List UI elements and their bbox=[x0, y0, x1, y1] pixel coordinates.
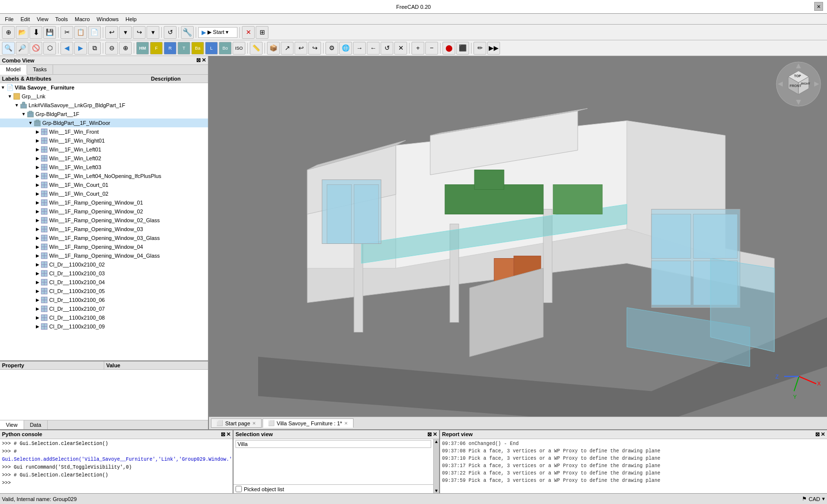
stop-button[interactable]: ✕ bbox=[242, 26, 255, 39]
tree-arrow-icon[interactable]: ▶ bbox=[34, 182, 40, 187]
tree-item[interactable]: ▶Win__1F_Win_Left03 bbox=[0, 163, 208, 172]
redo-button[interactable]: ↪ bbox=[133, 26, 146, 39]
report-body[interactable]: 09:37:06 onChanged() - End 09:37:08 Pick… bbox=[440, 439, 827, 493]
import-btn[interactable]: ↩ bbox=[295, 42, 307, 55]
menu-help[interactable]: Help bbox=[122, 15, 140, 23]
fit-all-button[interactable]: 🔍 bbox=[2, 42, 15, 55]
tree-item[interactable]: ▶Cl_Dr__1100x2100_07 bbox=[0, 304, 208, 313]
tab-tasks[interactable]: Tasks bbox=[27, 65, 53, 74]
tree-arrow-icon[interactable]: ▶ bbox=[34, 174, 40, 178]
cut-button[interactable]: ✂ bbox=[60, 26, 73, 39]
tree-item[interactable]: ▶Win__1F_Win_Front bbox=[0, 127, 208, 136]
back-btn[interactable]: ◀ bbox=[60, 42, 73, 55]
tree-item[interactable]: ▶Cl_Dr__1100x2100_03 bbox=[0, 269, 208, 278]
tree-item[interactable]: ▼📄Villa Savoye_ Furniture bbox=[0, 83, 208, 92]
web-prev-btn[interactable]: ← bbox=[367, 42, 380, 55]
nav-cube[interactable]: FRONT RIGHT TOP bbox=[775, 61, 822, 108]
play-btn[interactable]: ▶▶ bbox=[487, 42, 500, 55]
fit-sel-button[interactable]: 🔎 bbox=[16, 42, 29, 55]
new-button[interactable]: ⊕ bbox=[2, 26, 15, 39]
tab-start-page[interactable]: ⬜ Start page ✕ bbox=[211, 418, 262, 428]
draw-style-button[interactable]: 🚫 bbox=[30, 42, 42, 55]
forward-btn[interactable]: ▶ bbox=[74, 42, 87, 55]
menu-windows[interactable]: Windows bbox=[94, 15, 122, 23]
tree-item[interactable]: ▶Win__1F_Ramp_Opening_Window_04_Glass bbox=[0, 251, 208, 260]
python-body[interactable]: >>> # Gui.Selection.clearSelection() >>>… bbox=[0, 439, 233, 493]
tree-item[interactable]: ▶Cl_Dr__1100x2100_02 bbox=[0, 260, 208, 269]
tree-arrow-icon[interactable]: ▶ bbox=[34, 200, 40, 205]
macro-button[interactable]: 🔧 bbox=[181, 26, 194, 39]
selection-filter[interactable] bbox=[236, 440, 431, 448]
tree-arrow-icon[interactable]: ▶ bbox=[34, 297, 40, 302]
tree-arrow-icon[interactable]: ▶ bbox=[34, 289, 40, 294]
tree-arrow-icon[interactable]: ▶ bbox=[34, 315, 40, 320]
tab-model[interactable]: Model bbox=[0, 65, 27, 75]
view-bottom-btn[interactable]: Bo bbox=[219, 42, 232, 55]
tree-item[interactable]: ▼Grp-BldgPart__1F bbox=[0, 110, 208, 119]
tree-arrow-icon[interactable]: ▶ bbox=[34, 271, 40, 276]
tree-item[interactable]: ▶Cl_Dr__1100x2100_04 bbox=[0, 278, 208, 287]
tree-item[interactable]: ▶Win__1F_Ramp_Opening_Window_04 bbox=[0, 242, 208, 251]
zoom-in3-btn[interactable]: + bbox=[412, 42, 424, 55]
view-left-btn[interactable]: L bbox=[205, 42, 218, 55]
tab-start-close[interactable]: ✕ bbox=[252, 421, 256, 426]
tree-item[interactable]: ▶Cl_Dr__1100x2100_08 bbox=[0, 313, 208, 322]
tree-item[interactable]: ▶Cl_Dr__1100x2100_05 bbox=[0, 287, 208, 296]
view-iso-btn[interactable]: ISO bbox=[233, 42, 245, 55]
tree-item[interactable]: ▶Win__1F_Ramp_Opening_Window_01 bbox=[0, 198, 208, 207]
tree-item[interactable]: ▼Grp__Lnk bbox=[0, 92, 208, 101]
tree-arrow-icon[interactable]: ▼ bbox=[28, 120, 33, 125]
view-home-btn[interactable]: HM bbox=[136, 42, 149, 55]
tree-arrow-icon[interactable]: ▶ bbox=[34, 165, 40, 170]
web-globe-btn[interactable]: 🌐 bbox=[339, 42, 352, 55]
wireframe-button[interactable]: ⬡ bbox=[43, 42, 56, 55]
tree-arrow-icon[interactable]: ▶ bbox=[34, 262, 40, 267]
web-stop-btn[interactable]: ✕ bbox=[394, 42, 407, 55]
export2-btn[interactable]: ↪ bbox=[308, 42, 321, 55]
stereo-btn[interactable]: ⧉ bbox=[88, 42, 101, 55]
tree-item[interactable]: ▼Grp-BldgPart__1F_WinDoor bbox=[0, 119, 208, 127]
python-close-icon[interactable]: ✕ bbox=[226, 431, 231, 438]
stop-record-btn[interactable]: ⬛ bbox=[456, 42, 469, 55]
tree-arrow-icon[interactable]: ▶ bbox=[34, 306, 40, 311]
web-settings-btn[interactable]: ⚙ bbox=[325, 42, 338, 55]
view-top-btn[interactable]: T bbox=[177, 42, 190, 55]
sel-scroll-up[interactable]: ▲ bbox=[434, 439, 439, 444]
tree-item[interactable]: ▶Win__1F_Win_Left01 bbox=[0, 145, 208, 154]
paste-button[interactable]: 📄 bbox=[88, 26, 101, 39]
tree-item[interactable]: ▶Win__1F_Ramp_Opening_Window_03 bbox=[0, 225, 208, 234]
tree-item[interactable]: ▶Win__1F_Win_Left02 bbox=[0, 154, 208, 163]
tree-content[interactable]: ▼📄Villa Savoye_ Furniture▼Grp__Lnk▼Lnk#V… bbox=[0, 83, 208, 360]
refresh-button[interactable]: ↺ bbox=[164, 26, 177, 39]
cad-dropdown-icon[interactable]: ▾ bbox=[822, 496, 825, 502]
tree-arrow-icon[interactable]: ▼ bbox=[21, 112, 27, 117]
part-btn[interactable]: 📦 bbox=[267, 42, 280, 55]
rep-minimize-icon[interactable]: ⊠ bbox=[815, 431, 820, 438]
tree-arrow-icon[interactable]: ▶ bbox=[34, 253, 40, 258]
redo-dropdown[interactable]: ▾ bbox=[147, 26, 159, 39]
picked-object-checkbox[interactable] bbox=[236, 486, 242, 492]
tree-arrow-icon[interactable]: ▼ bbox=[0, 85, 6, 90]
tree-arrow-icon[interactable]: ▶ bbox=[34, 280, 40, 285]
tree-arrow-icon[interactable]: ▼ bbox=[14, 103, 20, 108]
tree-arrow-icon[interactable]: ▶ bbox=[34, 244, 40, 249]
tree-arrow-icon[interactable]: ▶ bbox=[34, 324, 40, 329]
copy-button[interactable]: 📋 bbox=[74, 26, 87, 39]
tree-arrow-icon[interactable]: ▼ bbox=[7, 94, 13, 99]
tree-item[interactable]: ▶Win__1F_Win_Court_01 bbox=[0, 180, 208, 189]
tree-item[interactable]: ▶Win__1F_Win_Court_02 bbox=[0, 189, 208, 198]
tree-item[interactable]: ▶Win__1F_Ramp_Opening_Window_02_Glass bbox=[0, 216, 208, 225]
combo-close-icon[interactable]: ✕ bbox=[202, 57, 206, 63]
tree-arrow-icon[interactable]: ▶ bbox=[34, 156, 40, 161]
start-dropdown[interactable]: ▶ ▶ Start ▾ bbox=[198, 27, 237, 38]
undo-dropdown[interactable]: ▾ bbox=[119, 26, 132, 39]
python-minimize-icon[interactable]: ⊠ bbox=[221, 431, 225, 438]
web-next-btn[interactable]: → bbox=[353, 42, 366, 55]
tree-item[interactable]: ▶Win__1F_Win_Left04_NoOpening_IfcPlusPlu… bbox=[0, 172, 208, 180]
view-right-btn[interactable]: R bbox=[164, 42, 177, 55]
tab-view[interactable]: View bbox=[0, 420, 24, 429]
sel-scroll-down[interactable]: ▼ bbox=[434, 488, 439, 493]
record-btn[interactable]: ⬤ bbox=[443, 42, 455, 55]
tree-item[interactable]: ▶Win__1F_Ramp_Opening_Window_03_Glass bbox=[0, 234, 208, 242]
tab-villa-savoye[interactable]: ⬜ Villa Savoye_ Furniture : 1* ✕ bbox=[263, 418, 354, 428]
